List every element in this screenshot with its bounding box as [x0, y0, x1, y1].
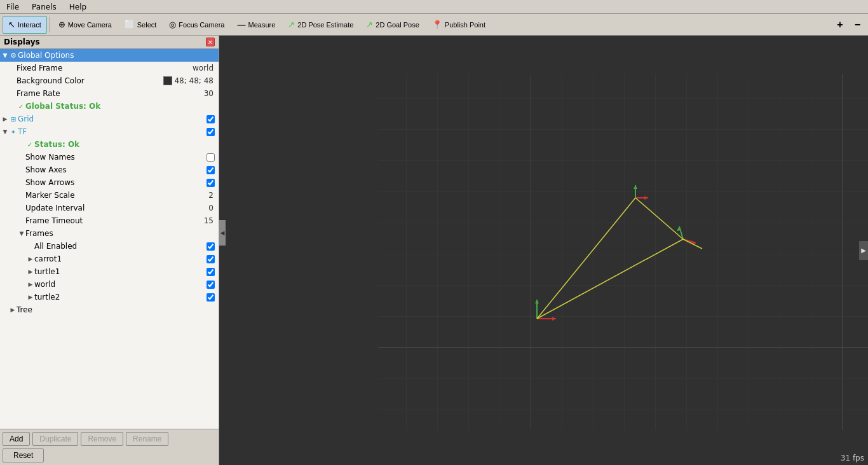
displays-close-button[interactable]: ✕ [206, 38, 215, 46]
tool-focus-camera[interactable]: ◎ Focus Camera [163, 16, 230, 34]
goal-pose-icon: ↗ [366, 20, 373, 29]
show-axes-checkbox[interactable] [207, 166, 215, 174]
fixed-frame-row[interactable]: Fixed Frame world [0, 62, 219, 74]
menu-panels[interactable]: Panels [25, 1, 63, 13]
tool-move-camera[interactable]: ⊕ Move Camera [53, 16, 118, 34]
tf-status-ok-icon: ✓ [25, 141, 34, 148]
tool-goal-pose-label: 2D Goal Pose [376, 21, 419, 29]
fps-counter: 31 fps [841, 454, 864, 462]
tree-area: ▼ ⚙ Global Options Fixed Frame world Bac… [0, 49, 219, 429]
turtle1-checkbox-cell [205, 268, 216, 276]
tool-add[interactable]: + [832, 16, 848, 34]
tool-minus[interactable]: − [850, 16, 865, 34]
add-button[interactable]: Add [3, 432, 30, 446]
tf-arrow[interactable]: ▼ [1, 128, 9, 135]
frame-rate-row[interactable]: Frame Rate 30 [0, 87, 219, 100]
reset-button[interactable]: Reset [3, 448, 44, 462]
remove-button[interactable]: Remove [81, 432, 123, 446]
tree-row[interactable]: ▶ Tree [0, 303, 219, 316]
tf-checkbox-cell [205, 128, 216, 136]
gear-icon: ⚙ [9, 52, 18, 60]
tf-checkbox[interactable] [207, 128, 215, 136]
show-arrows-row[interactable]: Show Arrows [0, 176, 219, 189]
grid-checkbox-cell [205, 115, 216, 123]
frames-row[interactable]: ▼ Frames [0, 227, 219, 240]
tool-select[interactable]: ⬜ Select [119, 16, 163, 34]
update-interval-label: Update Interval [25, 204, 208, 212]
grid-row[interactable]: ▶ ⊞ Grid [0, 113, 219, 125]
frame-rate-label: Frame Rate [17, 89, 204, 98]
show-arrows-checkbox[interactable] [207, 179, 215, 187]
tool-goal-pose[interactable]: ↗ 2D Goal Pose [360, 16, 424, 34]
show-axes-row[interactable]: Show Axes [0, 163, 219, 176]
fixed-frame-value: world [193, 64, 214, 73]
background-color-value: 48; 48; 48 [174, 76, 214, 85]
frame-timeout-row[interactable]: Frame Timeout 15 [0, 214, 219, 227]
bottom-buttons: Add Duplicate Remove Rename Reset [0, 429, 219, 465]
tool-pose-estimate[interactable]: ↗ 2D Pose Estimate [282, 16, 359, 34]
turtle2-label: turtle2 [34, 293, 205, 302]
turtle1-arrow[interactable]: ▶ [27, 268, 34, 275]
global-options-label: Global Options [18, 51, 216, 60]
menu-file[interactable]: File [0, 1, 25, 13]
background-color-row[interactable]: Background Color 48; 48; 48 [0, 74, 219, 87]
publish-point-icon: 📍 [432, 20, 442, 29]
show-names-label: Show Names [25, 153, 205, 162]
update-interval-row[interactable]: Update Interval 0 [0, 202, 219, 214]
world-arrow[interactable]: ▶ [27, 281, 34, 288]
left-panel: Displays ✕ ▼ ⚙ Global Options Fixed Fram… [0, 36, 219, 465]
tf-label: TF [18, 127, 205, 136]
show-names-checkbox[interactable] [207, 153, 215, 162]
frames-arrow[interactable]: ▼ [18, 230, 25, 237]
color-swatch[interactable] [163, 76, 172, 85]
tool-measure-label: Measure [248, 21, 275, 29]
tool-interact[interactable]: ↖ Interact [3, 16, 47, 34]
menu-help[interactable]: Help [63, 1, 93, 13]
tool-measure[interactable]: — Measure [231, 16, 281, 34]
all-enabled-label: All Enabled [34, 242, 205, 251]
background-color-label: Background Color [17, 76, 163, 85]
global-options-row[interactable]: ▼ ⚙ Global Options [0, 49, 219, 62]
global-options-arrow[interactable]: ▼ [1, 52, 9, 59]
rename-button[interactable]: Rename [126, 432, 168, 446]
displays-title: Displays [4, 38, 40, 46]
frame-timeout-value: 15 [204, 216, 214, 225]
panel-collapse-handle[interactable]: ◀ [219, 220, 226, 246]
tool-publish-point[interactable]: 📍 Publish Point [426, 16, 491, 34]
frame-carrot1-row[interactable]: ▶ carrot1 [0, 253, 219, 265]
tool-pose-estimate-label: 2D Pose Estimate [297, 21, 353, 29]
tf-row[interactable]: ▼ ✦ TF [0, 125, 219, 138]
marker-scale-row[interactable]: Marker Scale 2 [0, 189, 219, 202]
show-axes-label: Show Axes [25, 165, 205, 174]
right-collapse-handle[interactable]: ▶ [859, 241, 868, 260]
viewport-grid [219, 36, 868, 465]
show-names-row[interactable]: Show Names [0, 151, 219, 163]
all-enabled-checkbox[interactable] [207, 242, 215, 251]
grid-arrow[interactable]: ▶ [1, 116, 9, 122]
grid-checkbox[interactable] [207, 115, 215, 123]
tree-arrow[interactable]: ▶ [9, 307, 17, 313]
world-checkbox[interactable] [207, 281, 215, 289]
pose-estimate-icon: ↗ [288, 20, 295, 29]
carrot1-checkbox[interactable] [207, 255, 215, 263]
tool-move-camera-label: Move Camera [68, 21, 112, 29]
show-arrows-checkbox-cell [205, 179, 216, 187]
viewport[interactable]: ▶ 31 fps [219, 36, 868, 465]
frame-world-row[interactable]: ▶ world [0, 278, 219, 291]
fixed-frame-label: Fixed Frame [17, 64, 193, 73]
turtle2-checkbox[interactable] [207, 293, 215, 302]
turtle1-checkbox[interactable] [207, 268, 215, 276]
tool-interact-label: Interact [18, 21, 41, 29]
grid-label: Grid [18, 115, 205, 123]
move-camera-icon: ⊕ [58, 20, 65, 29]
carrot1-arrow[interactable]: ▶ [27, 256, 34, 262]
all-enabled-row[interactable]: All Enabled [0, 240, 219, 253]
show-names-checkbox-cell [205, 153, 216, 162]
frame-turtle2-row[interactable]: ▶ turtle2 [0, 291, 219, 303]
interact-icon: ↖ [8, 20, 15, 29]
frame-turtle1-row[interactable]: ▶ turtle1 [0, 265, 219, 278]
duplicate-button[interactable]: Duplicate [32, 432, 78, 446]
frames-label: Frames [25, 229, 216, 238]
tool-publish-point-label: Publish Point [445, 21, 485, 29]
turtle2-arrow[interactable]: ▶ [27, 294, 34, 300]
